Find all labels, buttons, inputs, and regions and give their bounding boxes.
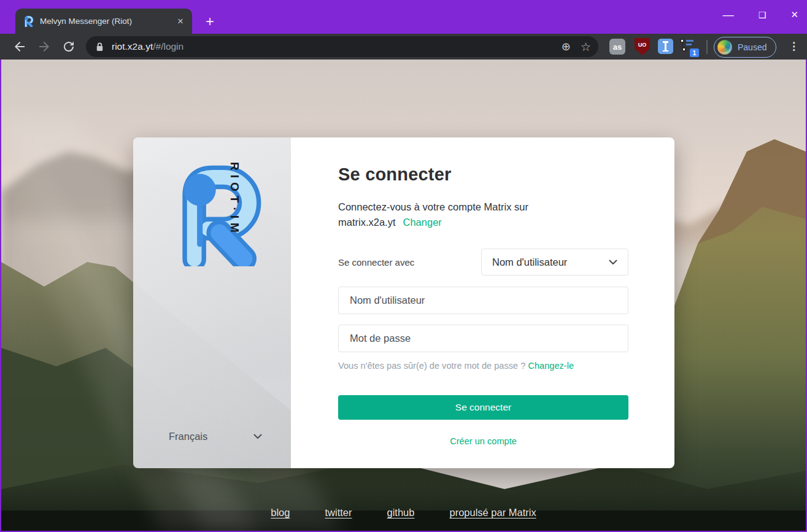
username-input[interactable] <box>338 287 628 314</box>
server-name: matrix.x2a.yt <box>338 217 396 228</box>
browser-window: Melvyn Messenger (Riot) × + — ❑ ✕ riot.x… <box>0 0 807 532</box>
language-selector[interactable]: Français <box>169 431 262 442</box>
browser-toolbar: riot.x2a.yt/#/login ⊕ ☆ as UO 1 Paused ⋮ <box>0 34 807 60</box>
footer-links: blog twitter github propulsé par Matrix <box>1 507 806 519</box>
url-bar[interactable]: riot.x2a.yt/#/login ⊕ ☆ <box>86 36 598 57</box>
riot-favicon-icon <box>23 15 34 27</box>
toolbar-separator <box>706 40 708 54</box>
login-type-select[interactable]: Nom d'utilisateur <box>481 249 628 276</box>
tab-title: Melvyn Messenger (Riot) <box>40 17 171 26</box>
create-account-link[interactable]: Créer un compte <box>450 436 517 446</box>
imagus-extension-icon[interactable] <box>658 39 673 54</box>
back-icon[interactable] <box>12 39 27 54</box>
browser-menu-icon[interactable]: ⋮ <box>789 39 799 55</box>
window-minimize-button[interactable]: — <box>723 9 734 21</box>
extension-badge: 1 <box>690 48 699 57</box>
chevron-down-icon <box>253 434 262 439</box>
lastfm-extension-icon[interactable]: as <box>609 39 625 55</box>
new-tab-button[interactable]: + <box>201 12 219 31</box>
footer-link-blog[interactable]: blog <box>271 507 290 519</box>
url-text: riot.x2a.yt/#/login <box>112 41 183 52</box>
ibeam-cursor-icon <box>665 42 666 50</box>
browser-tab[interactable]: Melvyn Messenger (Riot) × <box>15 9 192 34</box>
change-server-link[interactable]: Changer <box>403 217 442 228</box>
riot-logo-icon <box>168 162 266 266</box>
footer-link-matrix[interactable]: propulsé par Matrix <box>449 507 536 519</box>
window-close-button[interactable]: ✕ <box>790 9 798 20</box>
server-description: Connectez-vous à votre compte Matrix sur… <box>338 199 628 230</box>
profile-paused-button[interactable]: Paused <box>714 37 776 58</box>
password-input[interactable] <box>338 325 628 352</box>
reset-password-link[interactable]: Changez-le <box>528 361 574 371</box>
zoom-plus-icon[interactable]: ⊕ <box>562 40 571 53</box>
forward-icon[interactable] <box>37 39 52 54</box>
profile-avatar <box>717 40 732 55</box>
ublock-extension-icon[interactable]: UO <box>635 38 650 55</box>
password-hint: Vous n'êtes pas sûr(e) de votre mot de p… <box>338 361 628 371</box>
tab-close-icon[interactable]: × <box>177 16 183 26</box>
title-bar: Melvyn Messenger (Riot) × + — ❑ ✕ <box>0 0 807 34</box>
footer-link-twitter[interactable]: twitter <box>325 507 352 519</box>
sign-in-button[interactable]: Se connecter <box>338 395 628 420</box>
footer-link-github[interactable]: github <box>387 507 415 519</box>
bookmark-star-icon[interactable]: ☆ <box>581 40 591 54</box>
lock-icon <box>96 42 104 52</box>
card-brand-panel: RIOT·IM Français <box>133 137 291 468</box>
login-card: RIOT·IM Français Se connecter Connectez-… <box>133 137 674 468</box>
reload-icon[interactable] <box>61 39 76 54</box>
brand-vertical-text: RIOT·IM <box>228 162 241 237</box>
page-title: Se connecter <box>338 164 628 185</box>
login-form-panel: Se connecter Connectez-vous à votre comp… <box>291 137 674 468</box>
tree-tabs-extension-icon[interactable]: 1 <box>679 38 697 55</box>
chevron-down-icon <box>609 260 617 265</box>
login-with-label: Se connecter avec <box>338 257 414 268</box>
window-maximize-button[interactable]: ❑ <box>759 10 766 20</box>
page-content: RIOT·IM Français Se connecter Connectez-… <box>1 60 806 531</box>
